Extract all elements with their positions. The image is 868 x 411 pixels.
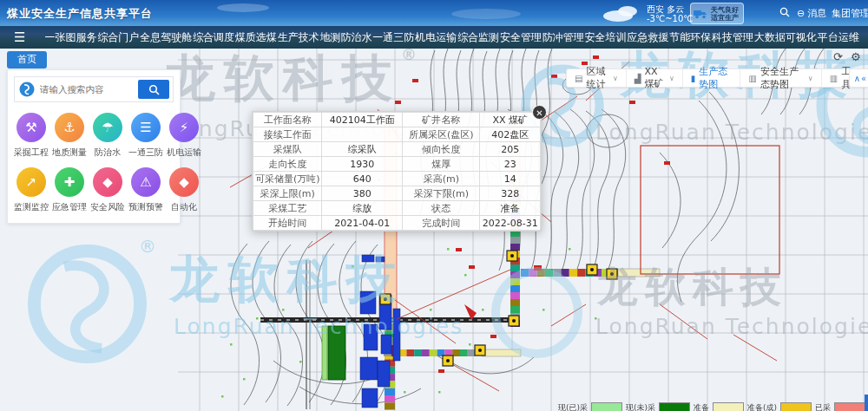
quick-entry-label: 自动化 [171, 201, 197, 213]
first-aid-icon: ✚ [55, 167, 84, 197]
quick-entry-panel: ⚒采掘工程⚓地质测量☂防治水☰一通三防⚡机电运输↗监测监控✚应急管理◆安全风险⚠… [7, 69, 181, 224]
dialog-cell: 380 [322, 186, 403, 201]
dialog-cell: 1930 [322, 157, 403, 172]
scrollbar[interactable] [865, 395, 868, 411]
quick-entry-5[interactable]: ↗监测监控 [14, 167, 49, 213]
nav-item-16[interactable]: 大数据可视化 [754, 30, 817, 45]
quick-entry-6[interactable]: ✚应急管理 [52, 167, 87, 213]
bar-chart-icon: ▥ [748, 74, 756, 83]
dialog-cell: 完成时间 [403, 216, 480, 231]
map-corner-controls: ⟳ ⚙ [833, 50, 861, 63]
quick-entry-4[interactable]: ⚡机电运输 [167, 113, 201, 159]
safety-map-button[interactable]: ▥ 安全生产态势图∨ [740, 69, 820, 87]
quick-entry-label: 防治水 [95, 147, 121, 159]
dialog-cell: 采深上限(m) [253, 186, 322, 201]
dialog-cell [322, 127, 403, 142]
search-input[interactable] [40, 84, 134, 95]
dialog-cell: 640 [322, 172, 403, 186]
station-markers [380, 251, 617, 366]
quick-entry-3[interactable]: ☰一通三防 [128, 113, 163, 159]
quick-entry-label: 安全风险 [90, 201, 125, 213]
cloud-icon [451, 9, 521, 19]
longruan-dragon-logo: ® [16, 232, 159, 379]
nav-item-5[interactable]: 生产技术 [278, 30, 319, 45]
quick-entry-label: 机电运输 [167, 147, 201, 159]
production-map-button[interactable]: ▮ 生产态势图 [682, 69, 740, 87]
mine-selector[interactable]: ▟ XX 煤矿∨ [626, 69, 682, 87]
user-role[interactable]: 集团管理员 [832, 7, 868, 20]
quick-entry-7[interactable]: ◆安全风险 [90, 167, 125, 213]
quick-entry-8[interactable]: ⚠预测预警 [128, 167, 163, 213]
chevron-up-icon: ∧ [854, 74, 860, 83]
double-chevron-icon: « [861, 74, 866, 83]
quick-icon-grid: ⚒采掘工程⚓地质测量☂防治水☰一通三防⚡机电运输↗监测监控✚应急管理◆安全风险⚠… [14, 113, 174, 217]
legend-swatch [713, 402, 744, 411]
quick-entry-2[interactable]: ☂防治水 [90, 113, 125, 159]
nav-item-3[interactable]: 综合调度 [193, 30, 234, 45]
search-icon[interactable] [779, 7, 790, 20]
page-title: 煤业安全生产信息共享平台 [7, 6, 153, 22]
quick-entry-1[interactable]: ⚓地质测量 [52, 113, 87, 159]
dialog-cell: 所属采区(盘区) [403, 127, 480, 142]
messages-button[interactable]: ⊖ 消息 [797, 7, 826, 20]
nav-item-17[interactable]: 平台运维 [818, 30, 859, 45]
close-icon[interactable]: ✕ [532, 105, 547, 120]
tab-home[interactable]: 首页 [7, 51, 47, 68]
dialog-cell: XX 煤矿 [480, 113, 541, 127]
nav-item-2[interactable]: 全息驾驶舱 [140, 30, 192, 45]
main-nav: ☰ 一张图服务综合门户全息驾驶舱综合调度煤质选煤生产技术地测防治水一通三防机电运… [0, 26, 868, 49]
quick-entry-label: 地质测量 [52, 147, 87, 159]
refresh-icon[interactable]: ⟳ [833, 50, 843, 63]
nav-item-8[interactable]: 机电运输 [415, 30, 457, 45]
sliders-icon: ☰ [131, 113, 161, 142]
dialog-cell: 综放 [322, 201, 403, 216]
messages-label: 消息 [807, 7, 826, 20]
plug-icon: ⚡ [169, 113, 199, 142]
dialog-cell: 14 [480, 172, 541, 186]
search-button[interactable] [138, 80, 169, 99]
gear-icon[interactable]: ⚙ [851, 50, 861, 63]
dialog-cell: 2022-08-31 [480, 216, 541, 231]
warning-icon: ⚠ [131, 167, 161, 197]
hamburger-menu-icon[interactable]: ☰ [14, 29, 25, 45]
mine-truck-icon [694, 8, 708, 20]
search-icon [148, 84, 160, 95]
nav-item-15[interactable]: 科技管理 [712, 30, 753, 45]
nav-item-13[interactable]: 应急救援 [627, 30, 668, 45]
nav-item-1[interactable]: 综合门户 [97, 30, 139, 45]
nav-item-4[interactable]: 煤质选煤 [235, 30, 277, 45]
nav-items: 一张图服务综合门户全息驾驶舱综合调度煤质选煤生产技术地测防治水一通三防机电运输综… [44, 30, 859, 45]
legend-swatch [591, 402, 622, 411]
nav-item-6[interactable]: 地测防治水 [320, 30, 372, 45]
legend-label: 已采 [815, 402, 831, 411]
dialog-cell: 可采储量(万吨) [253, 172, 322, 186]
nav-item-9[interactable]: 综合监测 [457, 30, 499, 45]
nav-item-11[interactable]: 防冲管理 [542, 30, 584, 45]
dialog-cell: 采煤工艺 [253, 201, 322, 216]
dialog-cell: 倾向长度 [403, 142, 480, 157]
quick-entry-label: 采掘工程 [14, 147, 49, 159]
header-right: 西安 多云 -3℃~10℃ 天气良好 适宜生产 ⊖ 消息 集团管理员 [599, 0, 868, 26]
nav-item-14[interactable]: 节能环保 [669, 30, 711, 45]
weather-status-line2: 适宜生产 [711, 14, 739, 22]
nav-item-12[interactable]: 安全培训 [585, 30, 627, 45]
region-stats-button[interactable]: ▤ 区域统计∨ [567, 69, 626, 87]
quick-entry-label: 预测预警 [128, 201, 163, 213]
legend-swatch [780, 402, 812, 411]
legend-label: 准备 [694, 402, 709, 411]
quick-entry-0[interactable]: ⚒采掘工程 [14, 113, 49, 159]
collapse-toolbar-button[interactable]: ∧« [849, 68, 868, 88]
map-toolbar: ▤ 区域统计∨ ▟ XX 煤矿∨ ▮ 生产态势图 ▥ 安全生产态势图∨ ▥ 工具… [566, 68, 868, 88]
wrench-icon: ⚒ [16, 113, 46, 142]
anchor-icon: ⚓ [55, 113, 84, 142]
nav-item-10[interactable]: 安全管理 [500, 30, 542, 45]
longruan-logo-icon [18, 81, 36, 98]
nav-item-7[interactable]: 一通三防 [372, 30, 414, 45]
status-legend: 现(已)采现(未)采准备准备(成)已采 [558, 402, 865, 411]
legend-label: 现(未)采 [626, 402, 655, 411]
nav-item-0[interactable]: 一张图服务 [44, 30, 96, 45]
weather-status-widget[interactable]: 天气良好 适宜生产 [690, 3, 744, 24]
workface-info-table: 工作面名称402104工作面矿井名称XX 煤矿接续工作面所属采区(盘区)402盘… [253, 112, 541, 231]
quick-entry-9[interactable]: ◆自动化 [167, 167, 201, 213]
legend-label: 现(已)采 [558, 402, 588, 411]
